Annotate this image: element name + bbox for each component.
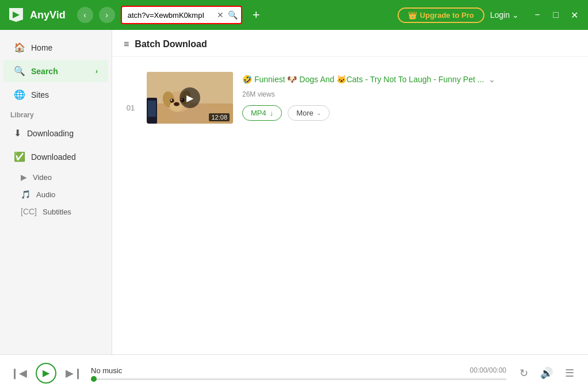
- svg-rect-16: [148, 101, 156, 117]
- content-area: ≡ Batch Download 01: [112, 30, 588, 354]
- player-progress-dot: [91, 376, 97, 382]
- player-time: 00:00/00:00: [470, 366, 506, 374]
- video-list: 01: [112, 57, 588, 354]
- sidebar-item-subtitles[interactable]: [CC] Subtitles: [0, 203, 112, 220]
- download-arrow-icon: ↓: [270, 109, 274, 117]
- nav-back-button[interactable]: ‹: [77, 7, 93, 23]
- sidebar-item-home[interactable]: 🏠 Home: [3, 36, 108, 59]
- sites-icon: 🌐: [14, 89, 25, 100]
- batch-icon: ≡: [124, 39, 129, 49]
- svg-point-13: [171, 99, 172, 101]
- sidebar-item-downloading[interactable]: ⬇ Downloading: [3, 122, 108, 144]
- svg-point-11: [170, 99, 174, 103]
- video-number: 01: [124, 72, 138, 112]
- main-area: 🏠 Home 🔍 Search › 🌐 Sites Library ⬇ Down…: [0, 30, 588, 354]
- content-header: ≡ Batch Download: [112, 30, 588, 57]
- window-controls: − □ ✕: [530, 8, 581, 22]
- search-bar-wrapper: ✕ 🔍: [121, 6, 243, 24]
- player-track-row: No music 00:00/00:00: [91, 366, 506, 375]
- player-queue-button[interactable]: ☰: [560, 364, 579, 382]
- sidebar-item-audio[interactable]: 🎵 Audio: [0, 186, 112, 203]
- player-info: No music 00:00/00:00: [91, 366, 506, 380]
- crown-icon: 👑: [408, 11, 417, 20]
- maximize-button[interactable]: □: [549, 8, 563, 22]
- more-button[interactable]: More ⌄: [288, 105, 330, 121]
- chevron-down-icon: ⌄: [512, 10, 519, 20]
- video-views: 26M views: [242, 90, 576, 98]
- table-row: 01: [124, 66, 576, 129]
- video-title: 🤣 Funniest 🐶 Dogs And 🐱Cats - Try Not To…: [242, 74, 576, 86]
- nav-forward-button[interactable]: ›: [99, 7, 115, 23]
- app-name: AnyVid: [30, 9, 66, 21]
- title-dropdown-icon[interactable]: ⌄: [488, 75, 495, 84]
- batch-download-title: Batch Download: [135, 39, 207, 49]
- library-label: Library: [0, 106, 112, 121]
- sidebar-item-downloaded[interactable]: ✅ Downloaded: [3, 145, 108, 168]
- player-right-controls: ↻ 🔊 ☰: [514, 364, 579, 382]
- play-overlay[interactable]: ▶: [180, 87, 200, 108]
- player-bar: ❙◀ ▶ ▶❙ No music 00:00/00:00 ↻ 🔊 ☰: [0, 354, 588, 391]
- search-sidebar-icon: 🔍: [14, 66, 25, 76]
- titlebar: AnyVid ‹ › ✕ 🔍 + 👑 Upgrade to Pro Login …: [0, 0, 588, 30]
- chevron-down-icon: ⌄: [316, 110, 321, 116]
- home-icon: 🏠: [14, 42, 25, 53]
- search-input[interactable]: [121, 6, 243, 24]
- upgrade-button[interactable]: 👑 Upgrade to Pro: [398, 7, 484, 23]
- audio-icon: 🎵: [21, 190, 30, 199]
- sidebar-item-video[interactable]: ▶ Video: [0, 168, 112, 186]
- sidebar: 🏠 Home 🔍 Search › 🌐 Sites Library ⬇ Down…: [0, 30, 112, 354]
- mp4-download-button[interactable]: MP4 ↓: [242, 105, 282, 121]
- login-button[interactable]: Login ⌄: [490, 10, 519, 20]
- subtitles-icon: [CC]: [21, 207, 37, 216]
- player-next-button[interactable]: ▶❙: [64, 364, 83, 382]
- player-volume-button[interactable]: 🔊: [537, 364, 556, 382]
- minimize-button[interactable]: −: [530, 8, 544, 22]
- logo-icon: [7, 6, 25, 24]
- check-circle-icon: ✅: [14, 151, 25, 162]
- svg-point-10: [174, 102, 180, 106]
- video-actions: MP4 ↓ More ⌄: [242, 105, 576, 121]
- player-play-button[interactable]: ▶: [36, 363, 56, 384]
- player-track-name: No music: [91, 366, 122, 375]
- download-icon: ⬇: [14, 128, 21, 139]
- video-duration: 12:08: [209, 113, 230, 121]
- video-info: 🤣 Funniest 🐶 Dogs And 🐱Cats - Try Not To…: [242, 72, 576, 121]
- player-repeat-button[interactable]: ↻: [514, 364, 533, 382]
- chevron-right-icon: ›: [96, 67, 98, 75]
- player-progress-bar[interactable]: [91, 378, 506, 380]
- search-clear-button[interactable]: ✕: [217, 10, 224, 20]
- video-thumbnail[interactable]: ▶ 12:08: [147, 72, 233, 124]
- sidebar-item-sites[interactable]: 🌐 Sites: [3, 83, 108, 106]
- close-button[interactable]: ✕: [567, 8, 581, 22]
- logo-area: AnyVid: [7, 6, 66, 24]
- add-tab-button[interactable]: +: [248, 7, 264, 23]
- player-previous-button[interactable]: ❙◀: [9, 364, 28, 382]
- video-icon: ▶: [21, 172, 27, 182]
- sidebar-item-search[interactable]: 🔍 Search ›: [3, 60, 108, 82]
- search-icon[interactable]: 🔍: [228, 10, 238, 20]
